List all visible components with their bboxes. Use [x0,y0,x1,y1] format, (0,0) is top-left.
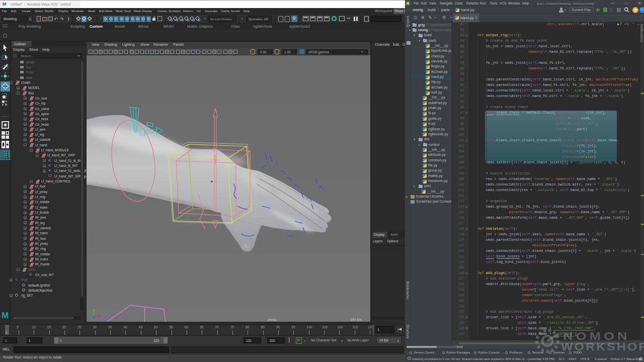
svg-text:304 fps: 304 fps [350,318,362,322]
svg-text:WORKSHOP: WORKSHOP [561,340,644,352]
svg-text:persp: persp [268,318,277,322]
